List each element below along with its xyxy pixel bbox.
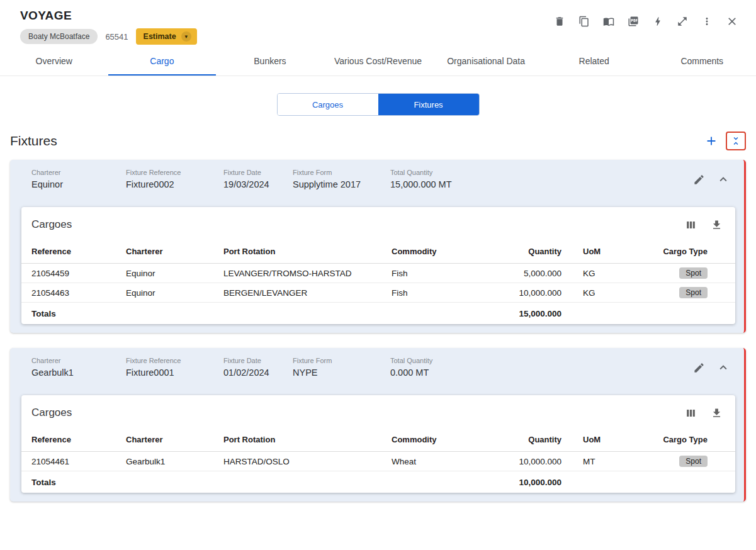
cell-commodity: Fish — [392, 269, 505, 278]
fixtures-section-title: Fixtures — [10, 133, 57, 149]
download-icon[interactable] — [711, 407, 723, 419]
totals-quantity: 15,000.000 — [505, 309, 561, 318]
tab-cargo[interactable]: Cargo — [108, 47, 217, 76]
field-value: 0.000 MT — [390, 368, 693, 378]
cell-port-rotation: BERGEN/LEVANGER — [223, 288, 392, 298]
voyage-header: VOYAGE Boaty McBoatface 65541 Estimate ▾ — [0, 0, 756, 45]
cargoes-title: Cargoes — [31, 407, 72, 419]
pdf-export-icon[interactable] — [628, 16, 639, 27]
cell-uom: KG — [561, 288, 640, 298]
field-total-quantity: Total Quantity 15,000.000 MT — [390, 169, 693, 189]
col-cargo-type: Cargo Type — [640, 247, 735, 256]
book-compare-icon[interactable] — [603, 16, 614, 27]
cell-commodity: Wheat — [392, 457, 505, 466]
col-reference: Reference — [31, 435, 126, 444]
cargoes-card: Cargoes Reference Charterer Port Rotatio… — [21, 395, 735, 493]
columns-icon[interactable] — [685, 407, 697, 419]
cell-reference: 21054459 — [31, 269, 126, 278]
tab-bunkers[interactable]: Bunkers — [216, 47, 324, 76]
cell-port-rotation: LEVANGER/TROMSO-HARSTAD — [223, 269, 392, 278]
col-commodity: Commodity — [392, 435, 505, 444]
field-total-quantity: Total Quantity 0.000 MT — [390, 357, 693, 378]
tab-organisational-data[interactable]: Organisational Data — [432, 47, 540, 76]
cell-quantity: 10,000.000 — [505, 457, 561, 466]
delete-icon[interactable] — [554, 16, 565, 27]
fullscreen-icon[interactable] — [677, 16, 688, 27]
voyage-number: 65541 — [105, 32, 128, 42]
cell-charterer: Gearbulk1 — [126, 457, 223, 466]
cell-cargo-type: Spot — [640, 287, 735, 298]
field-fixture-reference: Fixture Reference Fixture0002 — [126, 169, 223, 189]
field-value: 15,000.000 MT — [390, 179, 693, 189]
view-toggle-group: Cargoes Fixtures — [277, 93, 480, 116]
cargoes-table-actions — [685, 407, 723, 419]
add-fixture-icon[interactable] — [704, 134, 718, 148]
field-label: Total Quantity — [390, 169, 693, 176]
vessel-name-chip[interactable]: Boaty McBoatface — [20, 29, 98, 44]
col-uom: UoM — [561, 435, 640, 444]
toggle-cargoes[interactable]: Cargoes — [278, 94, 378, 115]
fixtures-section-actions — [704, 132, 746, 150]
field-value: Equinor — [31, 179, 126, 189]
cargoes-table-header: Reference Charterer Port Rotation Commod… — [21, 240, 735, 264]
col-uom: UoM — [561, 247, 640, 256]
cell-quantity: 5,000.000 — [505, 269, 561, 278]
estimate-status-button[interactable]: Estimate ▾ — [136, 28, 197, 45]
field-fixture-date: Fixture Date 19/03/2024 — [223, 169, 293, 189]
col-commodity: Commodity — [392, 247, 505, 256]
field-label: Fixture Reference — [126, 357, 223, 364]
view-toggle-wrap: Cargoes Fixtures — [0, 93, 756, 116]
field-value: 19/03/2024 — [223, 179, 293, 189]
totals-row: Totals 15,000.000 — [21, 303, 735, 324]
field-fixture-reference: Fixture Reference Fixture0001 — [126, 357, 223, 378]
header-action-icons — [554, 15, 738, 28]
field-value: Supplytime 2017 — [293, 179, 390, 189]
cell-charterer: Equinor — [126, 288, 223, 298]
bolt-icon[interactable] — [652, 16, 663, 27]
field-charterer: Charterer Gearbulk1 — [31, 357, 126, 378]
field-label: Charterer — [31, 169, 126, 176]
cargo-type-chip: Spot — [679, 267, 708, 279]
estimate-label: Estimate — [144, 32, 176, 41]
voyage-tab-bar: Overview Cargo Bunkers Various Cost/Reve… — [0, 47, 756, 76]
page-title: VOYAGE — [20, 9, 197, 23]
cell-reference: 21054461 — [31, 457, 126, 466]
field-label: Fixture Date — [223, 169, 293, 176]
totals-label: Totals — [31, 478, 126, 487]
field-value: Gearbulk1 — [31, 368, 126, 378]
fixture-header: Charterer Gearbulk1 Fixture Reference Fi… — [10, 348, 744, 393]
close-icon[interactable] — [726, 15, 738, 28]
fixture-actions — [693, 361, 730, 374]
edit-fixture-icon[interactable] — [693, 362, 705, 374]
more-options-icon[interactable] — [701, 16, 713, 27]
copy-icon[interactable] — [578, 16, 590, 27]
fixture-card: Charterer Equinor Fixture Reference Fixt… — [10, 160, 746, 333]
field-label: Fixture Reference — [126, 169, 223, 176]
col-charterer: Charterer — [126, 435, 223, 444]
fixture-card: Charterer Gearbulk1 Fixture Reference Fi… — [10, 348, 746, 502]
totals-row: Totals 10,000.000 — [21, 471, 735, 493]
tab-comments[interactable]: Comments — [648, 47, 756, 76]
cell-uom: KG — [561, 269, 640, 278]
toggle-fixtures[interactable]: Fixtures — [378, 94, 479, 115]
table-row[interactable]: 21054459 Equinor LEVANGER/TROMSO-HARSTAD… — [21, 264, 735, 283]
cargoes-title: Cargoes — [31, 218, 72, 231]
field-fixture-date: Fixture Date 01/02/2024 — [223, 357, 293, 378]
download-icon[interactable] — [711, 219, 723, 231]
tab-related[interactable]: Related — [540, 47, 648, 76]
field-value: NYPE — [293, 368, 390, 378]
tab-various-cost-revenue[interactable]: Various Cost/Revenue — [324, 47, 432, 76]
field-charterer: Charterer Equinor — [31, 169, 126, 189]
header-left: VOYAGE Boaty McBoatface 65541 Estimate ▾ — [20, 9, 197, 45]
columns-icon[interactable] — [685, 219, 697, 231]
collapse-all-icon[interactable] — [726, 132, 746, 150]
tab-overview[interactable]: Overview — [0, 47, 108, 76]
totals-label: Totals — [31, 309, 126, 318]
table-row[interactable]: 21054461 Gearbulk1 HARSTAD/OSLO Wheat 10… — [21, 452, 735, 471]
table-row[interactable]: 21054463 Equinor BERGEN/LEVANGER Fish 10… — [21, 283, 735, 303]
fixtures-section-header: Fixtures — [0, 116, 756, 158]
chevron-up-icon[interactable] — [716, 172, 730, 186]
col-quantity: Quantity — [505, 247, 561, 256]
edit-fixture-icon[interactable] — [693, 174, 705, 186]
chevron-up-icon[interactable] — [716, 361, 730, 374]
